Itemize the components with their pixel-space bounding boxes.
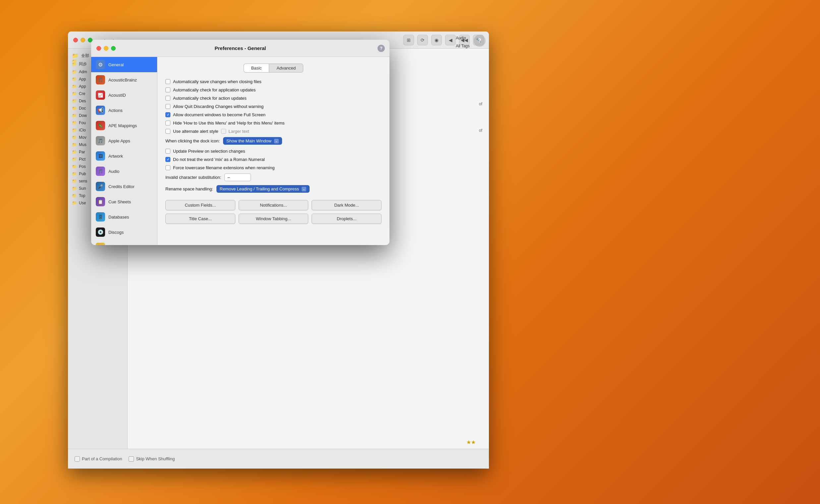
allow-fullscreen-row: Allow document windows to become Full Sc… (165, 112, 382, 117)
prefs-help-button[interactable]: ? (378, 45, 385, 52)
update-preview-checkbox[interactable] (165, 149, 170, 154)
compilation-checkbox[interactable] (75, 456, 80, 462)
dock-icon-row: When clicking the dock icon: Show the Ma… (165, 137, 382, 145)
toolbar-btn-2[interactable]: ⟳ (417, 35, 428, 45)
sidebar-item-label: Top (79, 193, 85, 198)
folder-icon: 📁 (72, 157, 77, 162)
compilation-label: Part of a Compilation (82, 456, 122, 461)
sidebar-item-audio[interactable]: 🎵 Audio (91, 164, 157, 179)
prefs-sidebar: ⚙ General 🎵 AcousticBrainz 📈 AcoustID 📢 … (91, 57, 157, 245)
tab-basic[interactable]: Basic (244, 64, 269, 73)
folder-icon: 📁 (72, 106, 77, 111)
shuffle-checkbox[interactable] (128, 456, 134, 462)
sidebar-item-label: Sun (79, 186, 86, 191)
tab-advanced[interactable]: Advanced (269, 64, 303, 73)
folder-icon: 📁 (72, 91, 77, 96)
sidebar-item-label: App (79, 84, 86, 89)
sidebar-label-ape: APE Mappings (108, 123, 137, 128)
larger-text-checkbox[interactable] (221, 129, 226, 134)
action-buttons: Custom Fields... Notifications... Dark M… (165, 200, 382, 224)
sidebar-item-label: Doc (79, 106, 86, 111)
sidebar-label-actions: Actions (108, 108, 123, 113)
dark-mode-button[interactable]: Dark Mode... (312, 200, 382, 210)
sidebar-item-label: Cre (79, 91, 85, 96)
allow-fullscreen-checkbox[interactable] (165, 112, 170, 117)
sidebar-item-discogs[interactable]: 💿 Discogs (91, 225, 157, 240)
hide-help-row: Hide 'How to Use this Menu' and 'Help fo… (165, 121, 382, 126)
alt-alert-checkbox[interactable] (165, 129, 170, 134)
sidebar-label-general: General (108, 62, 124, 67)
sidebar-item-label: Par (79, 150, 85, 154)
sidebar-item-label: Use (79, 201, 86, 205)
cue-sheets-icon: 📋 (96, 197, 105, 206)
hide-help-label: Hide 'How to Use this Menu' and 'Help fo… (173, 121, 285, 126)
folder-icon: 📁 (72, 150, 77, 154)
allow-fullscreen-label: Allow document windows to become Full Sc… (173, 112, 266, 117)
audio-tab[interactable]: Audio (453, 35, 472, 41)
folder-icon: 📁 (72, 201, 77, 205)
auto-check-app-checkbox[interactable] (165, 87, 170, 92)
sidebar-item-label: Dow (79, 113, 87, 118)
sidebar-item-actions[interactable]: 📢 Actions (91, 103, 157, 118)
folder-icon: 📁 (72, 99, 77, 103)
force-lowercase-checkbox[interactable] (165, 165, 170, 170)
sidebar-label-cue-sheets: Cue Sheets (108, 199, 131, 204)
sidebar-item-label: Fou (79, 121, 86, 125)
auto-save-label: Automatically save changes when closing … (173, 79, 262, 84)
discogs-icon: 💿 (96, 227, 105, 237)
allow-quit-checkbox[interactable] (165, 104, 170, 109)
prefs-maximize-button[interactable] (111, 46, 116, 51)
prefs-minimize-button[interactable] (104, 46, 108, 51)
minimize-button[interactable] (80, 38, 85, 42)
notifications-button[interactable]: Notifications... (239, 200, 309, 210)
sidebar-item-credits-editor[interactable]: 🎤 Credits Editor (91, 179, 157, 194)
sidebar-label-discogs: Discogs (108, 230, 124, 235)
sidebar-item-databases[interactable]: 🗄 Databases (91, 209, 157, 225)
sidebar-item-apple-apps[interactable]: 🎵 Apple Apps (91, 133, 157, 148)
sidebar-item-ape[interactable]: 🦎 APE Mappings (91, 118, 157, 133)
rename-value: Remove Leading / Trailing and Compress (220, 186, 299, 191)
toolbar-btn-1[interactable]: ⊞ (403, 35, 414, 45)
close-button[interactable] (73, 38, 78, 42)
hide-help-checkbox[interactable] (165, 121, 170, 126)
sidebar-label-credits-editor: Credits Editor (108, 184, 134, 189)
invalid-char-input[interactable] (225, 174, 251, 181)
folder-icon: 📁 (72, 193, 77, 198)
update-preview-label: Update Preview on selection changes (173, 149, 245, 154)
sidebar-item-acoustid[interactable]: 📈 AcoustID (91, 87, 157, 103)
prefs-close-button[interactable] (96, 46, 101, 51)
update-preview-row: Update Preview on selection changes (165, 149, 382, 154)
no-roman-checkbox[interactable] (165, 157, 170, 162)
shuffle-item: Skip When Shuffling (128, 456, 175, 462)
sidebar-item-artwork[interactable]: 🖼 Artwork (91, 148, 157, 164)
all-tags-tab[interactable]: All Tags (453, 43, 472, 49)
sidebar-item-label: iClo (79, 128, 86, 132)
toolbar-btn-3[interactable]: ◉ (431, 35, 442, 45)
allow-quit-label: Allow Quit Discarding Changes without wa… (173, 104, 264, 109)
droplets-button[interactable]: Droplets... (312, 214, 382, 224)
audio-icon: 🎵 (96, 167, 105, 176)
main-help-button[interactable]: ? (474, 35, 486, 47)
of-label-1: of (479, 102, 482, 106)
sidebar-item-cue-sheets[interactable]: 📋 Cue Sheets (91, 194, 157, 209)
sidebar-label-exceptions: Exceptions (108, 245, 129, 245)
sidebar-item-exceptions[interactable]: ⚠ Exceptions (91, 240, 157, 245)
dock-icon-label: When clicking the dock icon: (165, 138, 220, 143)
title-case-button[interactable]: Title Case... (165, 214, 235, 224)
dock-icon-select[interactable]: Show the Main Window ⌄ (223, 137, 282, 145)
no-roman-row: Do not treat the word 'mix' as a Roman N… (165, 157, 382, 162)
prefs-body: ⚙ General 🎵 AcousticBrainz 📈 AcoustID 📢 … (91, 57, 389, 245)
sidebar-label-audio: Audio (108, 169, 119, 174)
sidebar-item-label: Pict (79, 157, 85, 162)
rename-select[interactable]: Remove Leading / Trailing and Compress ⌄ (217, 185, 310, 193)
sidebar-item-acousticbrainz[interactable]: 🎵 AcousticBrainz (91, 72, 157, 87)
force-lowercase-label: Force lowercase filename extensions when… (173, 165, 275, 170)
sidebar-item-general[interactable]: ⚙ General (91, 57, 157, 72)
auto-check-action-checkbox[interactable] (165, 96, 170, 101)
sidebar-item-label: Mov (79, 135, 86, 140)
auto-save-checkbox[interactable] (165, 79, 170, 84)
sidebar-label-databases: Databases (108, 215, 129, 220)
sidebar-item-label: Mus (79, 142, 86, 147)
custom-fields-button[interactable]: Custom Fields... (165, 200, 235, 210)
window-tabbing-button[interactable]: Window Tabbing... (239, 214, 309, 224)
